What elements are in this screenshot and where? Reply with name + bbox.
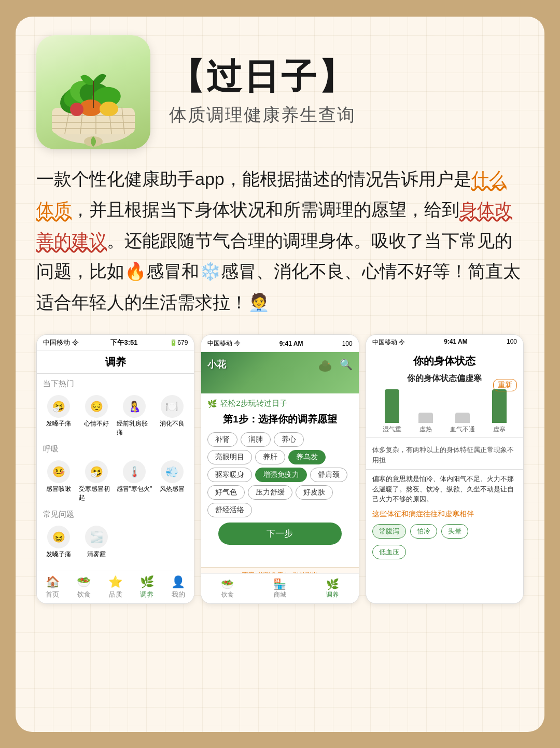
tag-complexion[interactable]: 好气色 — [207, 485, 245, 500]
tab-tiao-yang[interactable]: 🌿 调养 — [140, 575, 154, 599]
sc3-desc-short: 体多复杂，有两种以上的身体特征属正常现象不用担 — [366, 441, 523, 467]
sc1-grid3: 😖 发嗓子痛 🌫️ 清雾霾 — [37, 521, 194, 563]
screenshot-1: 中国移动 令 下午3:51 🔋679 调养 当下热门 🤧 发嗓子痛 😔 心情不好… — [36, 334, 194, 604]
symptom-bp[interactable]: 低血压 — [372, 545, 406, 559]
sc2-nature-image: 小花 🔍 — [201, 352, 358, 393]
list-item[interactable]: 🍽️ 消化不良 — [154, 393, 190, 439]
sc3-battery: 100 — [507, 338, 517, 347]
sc2-tags-row1: 补肾 润肺 养心 — [207, 432, 352, 447]
tab-home[interactable]: 🏠 首页 — [46, 575, 60, 599]
screenshots-row: 中国移动 令 下午3:51 🔋679 调养 当下热门 🤧 发嗓子痛 😔 心情不好… — [36, 334, 524, 604]
symptom-dizzy[interactable]: 头晕 — [441, 524, 468, 539]
sc2-tags-row2: 亮眼明目 养肝 养乌发 — [207, 450, 352, 464]
home-icon: 🏠 — [46, 575, 60, 589]
tab-tiaoyang-label: 调养 — [140, 590, 153, 599]
sc1-time: 下午3:51 — [110, 338, 137, 347]
sc2-step-indicator: 🌿 轻松2步玩转过日子 — [207, 399, 352, 408]
sc2-tab-food[interactable]: 🥗 饮食 — [221, 578, 234, 599]
list-item — [154, 524, 190, 561]
sc1-grid1: 🤧 发嗓子痛 😔 心情不好 🤱 经前乳房胀痛 🍽️ 消化不良 — [37, 391, 194, 441]
bar-cold — [492, 389, 507, 423]
sc2-tab-shop[interactable]: 🏪 商城 — [273, 578, 286, 599]
sc3-time: 9:41 AM — [444, 338, 468, 347]
search-icon[interactable]: 🔍 — [340, 358, 353, 371]
tag-skin[interactable]: 好皮肤 — [296, 485, 333, 500]
list-item[interactable]: 🌡️ 感冒"寒包火" — [117, 458, 152, 504]
svg-marker-22 — [328, 363, 330, 364]
tab-diet[interactable]: 🥗 饮食 — [77, 575, 91, 599]
label: 清雾霾 — [87, 550, 106, 559]
icon-mood: 😔 — [85, 395, 108, 418]
symptom-diarrhea[interactable]: 常腹泻 — [372, 524, 406, 539]
bar-label-cold: 虚寒 — [493, 425, 506, 434]
list-item — [117, 524, 152, 561]
sc2-step-text: 轻松2步玩转过日子 — [220, 399, 287, 408]
tab-profile[interactable]: 👤 我的 — [171, 575, 185, 599]
symptom-cold[interactable]: 怕冷 — [410, 524, 437, 539]
tag-immunity[interactable]: 增强免疫力 — [255, 468, 307, 482]
tag-runFei[interactable]: 润肺 — [241, 432, 271, 447]
sc2-tags-row5: 舒经活络 — [207, 503, 352, 517]
list-item[interactable]: 🌫️ 清雾霾 — [79, 524, 115, 561]
svg-point-18 — [70, 103, 83, 116]
diet-icon: 🥗 — [77, 575, 91, 589]
list-item[interactable]: 💨 风热感冒 — [154, 458, 190, 504]
label: 发嗓子痛 — [46, 550, 71, 559]
sc3-status-bar: 中国移动 令 9:41 AM 100 — [366, 335, 523, 350]
description-text: 一款个性化健康助手app，能根据描述的情况告诉用户是什么体质，并且根据当下身体状… — [36, 164, 524, 318]
sc2-tab-tiao-yang[interactable]: 🌿 调养 — [326, 578, 339, 599]
sc1-section1: 当下热门 — [37, 376, 194, 391]
sc2-next-button[interactable]: 下一步 — [218, 523, 341, 545]
icon-fog: 🌫️ — [85, 526, 108, 548]
sc1-grid2: 🤒 感冒咳嗽 🤧 受寒感冒初起 🌡️ 感冒"寒包火" 💨 风热感冒 — [37, 456, 194, 506]
herb-icon: 🌿 — [140, 575, 154, 589]
tag-meridian[interactable]: 舒经活络 — [207, 503, 252, 517]
sc3-symptoms: 常腹泻 怕冷 头晕 — [366, 522, 523, 543]
sc2-tags-row3: 驱寒暖身 增强免疫力 舒肩颈 — [207, 468, 352, 482]
tag-stress[interactable]: 压力舒缓 — [248, 485, 292, 500]
screenshot-3: 中国移动 令 9:41 AM 100 你的身体状态 重新 你的身体状态偏虚寒 湿… — [366, 334, 524, 604]
sc1-carrier: 中国移动 令 — [43, 338, 79, 347]
main-card: 【过日子】 体质调理健康养生查询 一款个性化健康助手app，能根据描述的情况告诉… — [16, 17, 544, 732]
icon-wind-heat: 💨 — [161, 460, 184, 483]
sc3-title-row: 你的身体状态 重新 — [366, 350, 523, 371]
sc1-nav-title: 调养 — [37, 351, 194, 371]
highlight-advice: 身体改善的建议 — [36, 200, 512, 250]
svg-point-17 — [100, 102, 118, 116]
sc3-bar-heat: 虚热 — [418, 413, 433, 434]
screenshot-2: 中国移动 令 9:41 AM 100 小花 🔍 🌿 轻松2步玩转过日子 第1步：… — [201, 334, 359, 604]
sc1-status-bar: 中国移动 令 下午3:51 🔋679 — [37, 335, 194, 351]
sc2-status-bar: 中国移动 令 9:41 AM 100 — [201, 335, 358, 352]
tag-warmth[interactable]: 驱寒暖身 — [207, 468, 252, 482]
list-item[interactable]: 🤒 感冒咳嗽 — [41, 458, 77, 504]
app-icon — [36, 35, 150, 149]
label: 经前乳房胀痛 — [117, 419, 152, 437]
label: 心情不好 — [84, 419, 109, 428]
tag-eyes[interactable]: 亮眼明目 — [207, 450, 252, 464]
icon-cold-fire: 🌡️ — [123, 460, 146, 483]
app-subtitle: 体质调理健康养生查询 — [169, 103, 356, 127]
tag-shoulder[interactable]: 舒肩颈 — [310, 468, 347, 482]
tag-liver[interactable]: 养肝 — [255, 450, 285, 464]
profile-icon: 👤 — [171, 575, 185, 589]
list-item[interactable]: 😖 发嗓子痛 — [41, 524, 77, 561]
tab-quality-label: 品质 — [109, 590, 122, 599]
sc1-section3: 常见问题 — [37, 506, 194, 521]
tag-hair[interactable]: 养乌发 — [288, 450, 326, 464]
tag-yangXin[interactable]: 养心 — [274, 432, 304, 447]
highlight-constitution: 什么体质 — [36, 169, 507, 220]
tab-quality[interactable]: ⭐ 品质 — [108, 575, 122, 599]
sc2-tab-shop-label: 商城 — [274, 590, 286, 599]
sc2-bottom-bar: 🥗 饮食 🏪 商城 🌿 调养 — [201, 573, 358, 603]
tag-buShen[interactable]: 补肾 — [207, 432, 237, 447]
sc2-tab-food-label: 饮食 — [221, 590, 234, 599]
sc3-refresh-button[interactable]: 重新 — [493, 379, 517, 391]
list-item[interactable]: 🤧 发嗓子痛 — [41, 393, 77, 439]
sc3-symptoms-row2: 低血压 — [366, 543, 523, 563]
label: 感冒咳嗽 — [46, 485, 71, 493]
list-item[interactable]: 🤧 受寒感冒初起 — [79, 458, 115, 504]
list-item[interactable]: 😔 心情不好 — [79, 393, 115, 439]
shop-icon: 🏪 — [273, 578, 286, 590]
icon-cough: 🤒 — [47, 460, 70, 483]
list-item[interactable]: 🤱 经前乳房胀痛 — [117, 393, 152, 439]
